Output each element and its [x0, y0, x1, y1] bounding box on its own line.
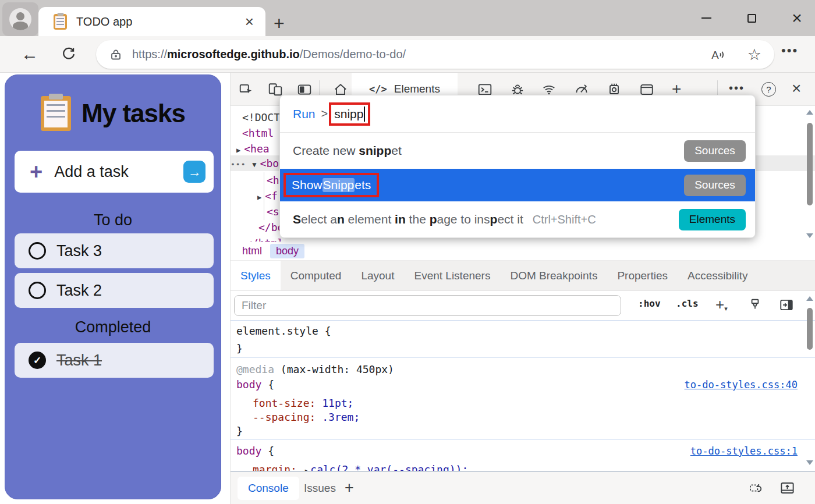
- task-item[interactable]: Task 3: [15, 233, 214, 268]
- css-declaration-clipped[interactable]: margin: ▶calc(2 * var(--spacing));: [253, 463, 468, 471]
- command-input-row[interactable]: Run > snipp: [280, 95, 755, 133]
- console-drawer: Console Issues +: [231, 471, 815, 504]
- browser-more-menu-button[interactable]: •••: [781, 43, 798, 58]
- media-query[interactable]: @media (max-width: 450px): [236, 363, 394, 377]
- stylesheet-link[interactable]: to-do-styles.css:40: [685, 378, 798, 392]
- tab-computed[interactable]: Computed: [281, 261, 352, 290]
- submit-task-button[interactable]: →: [183, 161, 205, 183]
- palette-item-show-snippets-selected[interactable]: Show Snippets Sources: [280, 169, 755, 201]
- expand-arrow-icon[interactable]: ▶: [257, 193, 261, 201]
- minimize-button[interactable]: [696, 8, 716, 28]
- command-query-text[interactable]: snipp: [334, 107, 363, 121]
- todo-section-heading: To do: [5, 211, 221, 229]
- scroll-down-icon[interactable]: [806, 460, 813, 465]
- tab-close-icon[interactable]: ×: [245, 14, 254, 29]
- address-bar[interactable]: https://microsoftedge.github.io/Demos/de…: [96, 40, 774, 69]
- favorites-star-icon[interactable]: ☆: [747, 45, 761, 64]
- inspect-element-icon[interactable]: [239, 82, 254, 97]
- task-item-completed[interactable]: ✓ Task 1: [15, 343, 214, 378]
- tab-accessibility[interactable]: Accessibility: [678, 261, 757, 290]
- css-rule-element-style[interactable]: element.style {: [236, 324, 331, 338]
- styles-tab-strip: Styles Computed Layout Event Listeners D…: [231, 261, 815, 291]
- task-label: Task 1: [56, 352, 102, 370]
- scroll-up-icon[interactable]: [806, 296, 813, 301]
- tab-layout[interactable]: Layout: [351, 261, 404, 290]
- css-declaration[interactable]: font-size: 11pt;: [253, 396, 353, 410]
- customize-devtools-button[interactable]: •••: [729, 81, 745, 95]
- node-menu-dots-icon[interactable]: •••: [231, 160, 246, 169]
- code-icon: </>: [369, 83, 387, 95]
- close-window-button[interactable]: ×: [787, 8, 807, 28]
- pseudo-state-toggle[interactable]: :hov: [638, 298, 661, 309]
- app-title: My tasks: [82, 99, 185, 128]
- breadcrumb-html[interactable]: html: [236, 244, 268, 258]
- browser-tab-todo-app[interactable]: TODO app ×: [38, 7, 265, 36]
- styles-scrollbar[interactable]: [805, 294, 814, 468]
- scrollbar-thumb[interactable]: [807, 123, 813, 205]
- scroll-up-icon[interactable]: [806, 110, 813, 115]
- expand-drawer-icon[interactable]: [779, 480, 795, 498]
- minimize-icon: [701, 17, 711, 19]
- tab-event-listeners[interactable]: Event Listeners: [404, 261, 500, 290]
- closing-brace: }: [236, 424, 243, 438]
- dom-node[interactable]: ▶<hea: [236, 141, 270, 157]
- stylesheet-link[interactable]: to-do-styles.css:1: [690, 444, 798, 458]
- read-aloud-icon[interactable]: A: [710, 47, 728, 63]
- refresh-button[interactable]: [61, 46, 77, 66]
- expand-arrow-icon[interactable]: ▶: [236, 146, 240, 154]
- task-label: Task 3: [56, 242, 102, 260]
- add-task-field[interactable]: + Add a task →: [15, 151, 214, 193]
- todo-app-card: My tasks + Add a task → To do Task 3 Tas…: [5, 74, 221, 499]
- dom-node[interactable]: </html: [246, 235, 284, 242]
- tab-console[interactable]: Console: [238, 477, 299, 500]
- browser-toolbar: ← https://microsoftedge.github.io/Demos/…: [0, 36, 815, 73]
- elements-scrollbar[interactable]: [805, 108, 814, 240]
- new-style-rule-button[interactable]: +▾: [715, 296, 728, 314]
- dom-node[interactable]: <!DOCT: [242, 109, 280, 125]
- tab-properties[interactable]: Properties: [607, 261, 678, 290]
- css-rule-body[interactable]: body {: [236, 378, 274, 392]
- dom-node-body[interactable]: ••• ▼<bod: [231, 155, 285, 171]
- tab-issues[interactable]: Issues: [293, 477, 346, 500]
- close-devtools-button[interactable]: ×: [792, 79, 801, 98]
- dom-breadcrumb: html body: [231, 242, 815, 261]
- styles-filter-input[interactable]: [234, 295, 621, 316]
- add-drawer-tab-button[interactable]: +: [345, 479, 354, 497]
- collapse-arrow-icon[interactable]: ▼: [252, 161, 256, 169]
- tab-dom-breakpoints[interactable]: DOM Breakpoints: [500, 261, 607, 290]
- css-declaration[interactable]: --spacing: .3rem;: [253, 410, 360, 424]
- scroll-down-icon[interactable]: [806, 233, 813, 238]
- task-checkbox-circle[interactable]: [29, 282, 46, 299]
- brush-icon[interactable]: [747, 297, 763, 315]
- keyboard-shortcut: Ctrl+Shift+C: [533, 213, 596, 226]
- dom-node[interactable]: ▶<f: [257, 188, 278, 204]
- command-palette: Run > snipp Create new snippet Sources S…: [279, 95, 756, 238]
- palette-item-select-element[interactable]: Select an element in the page to inspect…: [280, 201, 755, 237]
- task-checked-circle[interactable]: ✓: [29, 352, 46, 369]
- dom-node[interactable]: <html: [242, 125, 274, 141]
- tab-favicon-clipboard-icon: [54, 14, 67, 30]
- toggle-sidebar-icon[interactable]: [779, 297, 794, 315]
- profile-button[interactable]: [2, 2, 38, 36]
- expand-value-icon[interactable]: ▶: [305, 467, 309, 471]
- maximize-button[interactable]: [742, 8, 761, 28]
- new-tab-button[interactable]: +: [274, 13, 285, 34]
- device-emulation-icon[interactable]: [268, 82, 283, 97]
- task-item[interactable]: Task 2: [15, 273, 214, 308]
- plus-icon: +: [30, 161, 42, 183]
- todo-app-header: My tasks: [5, 96, 221, 131]
- back-button[interactable]: ←: [21, 44, 38, 64]
- clipboard-icon: [41, 96, 71, 131]
- tab-styles[interactable]: Styles: [231, 261, 281, 290]
- refresh-icon: [61, 46, 77, 62]
- palette-item-create-new-snippet[interactable]: Create new snippet Sources: [280, 133, 755, 169]
- help-button[interactable]: ?: [761, 82, 776, 97]
- task-label: Task 2: [56, 282, 102, 300]
- restore-drawer-icon[interactable]: [748, 480, 764, 498]
- task-checkbox-circle[interactable]: [29, 242, 46, 260]
- css-rule-body-2[interactable]: body {: [236, 444, 274, 458]
- scrollbar-thumb[interactable]: [807, 308, 813, 350]
- class-toggle[interactable]: .cls: [676, 298, 699, 309]
- url-text: https://microsoftedge.github.io/Demos/de…: [132, 48, 406, 61]
- breadcrumb-body[interactable]: body: [270, 244, 304, 258]
